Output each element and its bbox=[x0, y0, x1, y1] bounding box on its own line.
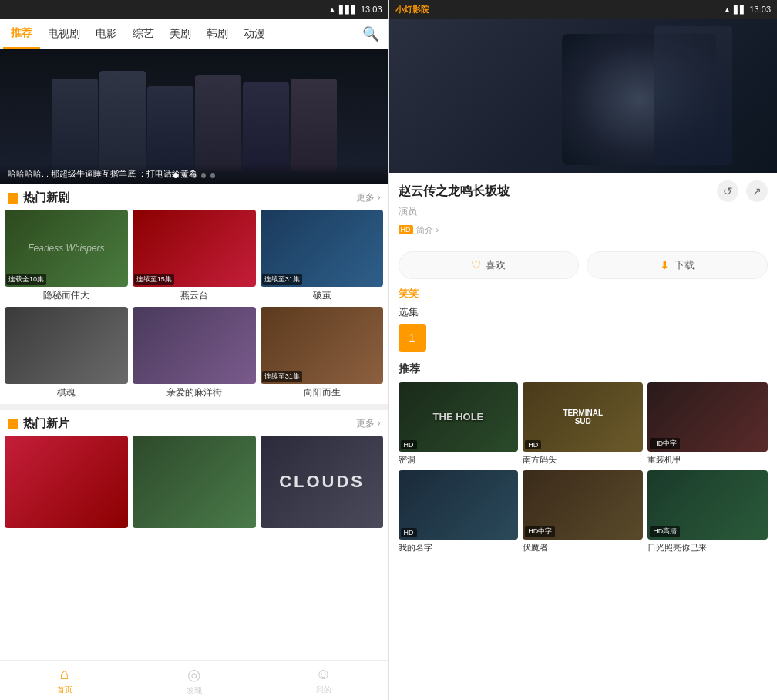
episode-num-1: 1 bbox=[409, 331, 415, 344]
rec-thumb-5: HD中字 bbox=[523, 470, 643, 540]
drama-item-5[interactable]: 亲爱的麻洋街 bbox=[133, 307, 256, 399]
tab-movie[interactable]: 电影 bbox=[88, 19, 125, 49]
drama-item-1[interactable]: Fearless Whispers 连载全10集 隐秘而伟大 bbox=[5, 210, 128, 302]
drama-thumb-5 bbox=[133, 307, 256, 384]
drama-item-6[interactable]: 连续至31集 向阳而生 bbox=[261, 307, 384, 399]
tab-recommend[interactable]: 推荐 bbox=[3, 19, 40, 49]
the-hole-text: THE HOLE bbox=[433, 411, 484, 422]
video-title-row: 赵云传之龙鸣长坂坡 ↺ ↗ bbox=[399, 180, 769, 202]
film-item-3[interactable]: CLOUDS bbox=[261, 436, 384, 528]
film-item-2[interactable] bbox=[133, 436, 256, 528]
rec-item-3[interactable]: HD中字 重装机甲 bbox=[648, 382, 768, 466]
hero-banner[interactable]: 哈哈哈哈... 那超级牛逼睡互揩羊底 ：打电话给黄希 bbox=[0, 49, 388, 184]
rec-item-5[interactable]: HD中字 伏魔者 bbox=[523, 470, 643, 554]
film-item-1[interactable] bbox=[5, 436, 128, 528]
rec-item-2[interactable]: TERMINALSUD HD 南方码头 bbox=[523, 382, 643, 466]
film-thumb-2 bbox=[133, 436, 256, 528]
tab-kr[interactable]: 韩剧 bbox=[199, 19, 236, 49]
right-status-bar: 小灯影院 ▲ ▋▋ 13:03 bbox=[389, 0, 778, 19]
hero-dots bbox=[0, 173, 388, 178]
rec-section: 推荐 THE HOLE HD 密洞 TERMINALSUD bbox=[389, 358, 778, 558]
left-time: 13:03 bbox=[361, 5, 382, 14]
nav-profile-label: 我的 bbox=[316, 685, 331, 695]
hot-drama-more[interactable]: 更多 › bbox=[356, 191, 380, 204]
rec-item-4[interactable]: HD 我的名字 bbox=[399, 470, 519, 554]
search-icon[interactable]: 🔍 bbox=[356, 25, 385, 42]
drama-item-3[interactable]: 连续至31集 破茧 bbox=[261, 210, 384, 302]
drama-thumb-inner-4 bbox=[5, 307, 128, 384]
hot-film-more[interactable]: 更多 › bbox=[356, 417, 380, 430]
download-button[interactable]: ⬇ 下载 bbox=[587, 251, 768, 279]
terminal-sud-text: TERMINALSUD bbox=[563, 409, 603, 426]
rec-thumb-2: TERMINALSUD HD bbox=[523, 382, 643, 452]
share-btn[interactable]: ↗ bbox=[746, 180, 768, 202]
episode-btn-1[interactable]: 1 bbox=[399, 324, 426, 352]
nav-home-label: 首页 bbox=[57, 685, 72, 695]
dot-3 bbox=[192, 173, 197, 178]
drama-badge-6: 连续至31集 bbox=[262, 371, 302, 382]
film-thumb-inner-1 bbox=[5, 436, 128, 528]
rec-item-1[interactable]: THE HOLE HD 密洞 bbox=[399, 382, 519, 466]
film-thumb-inner-3: CLOUDS bbox=[261, 436, 384, 528]
hot-drama-header: 热门新剧 更多 › bbox=[0, 184, 388, 210]
drama-item-4[interactable]: 棋魂 bbox=[5, 307, 128, 399]
like-button[interactable]: ♡ 喜欢 bbox=[399, 251, 580, 279]
hot-film-header: 热门新片 更多 › bbox=[0, 410, 388, 436]
rec-name-1: 密洞 bbox=[399, 454, 519, 466]
drama-badge-1: 连载全10集 bbox=[6, 274, 46, 285]
episode-user-label: 笑笑 bbox=[399, 287, 769, 301]
right-time: 13:03 bbox=[749, 5, 771, 14]
rec-thumb-4: HD bbox=[399, 470, 519, 540]
left-status-bar: ▲ ▋▋▋ 13:03 bbox=[0, 0, 388, 19]
rec-name-5: 伏魔者 bbox=[523, 542, 643, 554]
rec-name-3: 重装机甲 bbox=[648, 454, 768, 466]
video-hd-info[interactable]: HD 简介 › bbox=[399, 224, 439, 236]
hd-chevron: › bbox=[436, 225, 439, 234]
nav-discover-label: 发现 bbox=[187, 685, 202, 696]
drama-thumb-3: 连续至31集 bbox=[261, 210, 384, 287]
drama-name-5: 亲爱的麻洋街 bbox=[166, 386, 222, 399]
left-panel: ▲ ▋▋▋ 13:03 推荐 电视剧 电影 综艺 美剧 韩剧 动漫 🔍 哈 bbox=[0, 0, 388, 700]
rec-name-2: 南方码头 bbox=[523, 454, 643, 466]
wifi-icon: ▲ bbox=[328, 5, 336, 14]
drama-item-2[interactable]: 连续至15集 燕云台 bbox=[133, 210, 256, 302]
episode-section: 笑笑 选集 1 bbox=[389, 287, 778, 358]
hero-figure-3 bbox=[147, 86, 193, 171]
signal-icon: ▋▋▋ bbox=[339, 5, 358, 14]
drama-thumb-4 bbox=[5, 307, 128, 384]
tab-variety[interactable]: 综艺 bbox=[125, 19, 162, 49]
video-player[interactable] bbox=[389, 19, 778, 173]
rec-badge-3: HD中字 bbox=[650, 438, 680, 449]
film-thumb-inner-2 bbox=[133, 436, 256, 528]
left-scroll-content: 哈哈哈哈... 那超级牛逼睡互揩羊底 ：打电话给黄希 热门新剧 更多 › Fea… bbox=[0, 49, 388, 660]
drama-thumb-inner-5 bbox=[133, 307, 256, 384]
right-panel: 小灯影院 ▲ ▋▋ 13:03 赵云传之龙鸣长坂坡 ↺ ↗ 演员 HD 简介 › bbox=[389, 0, 778, 700]
nav-discover[interactable]: ◎ 发现 bbox=[130, 665, 259, 696]
episode-select-label: 选集 bbox=[399, 305, 769, 319]
video-actions-top: ↺ ↗ bbox=[717, 180, 768, 202]
action-buttons: ♡ 喜欢 ⬇ 下载 bbox=[399, 251, 769, 279]
right-scroll: 推荐 THE HOLE HD 密洞 TERMINALSUD bbox=[389, 358, 778, 701]
tab-anime[interactable]: 动漫 bbox=[236, 19, 273, 49]
nav-profile[interactable]: ☺ 我的 bbox=[259, 665, 388, 695]
rec-badge-2: HD bbox=[525, 440, 541, 449]
divider-1 bbox=[0, 404, 388, 410]
heart-icon: ♡ bbox=[471, 258, 481, 272]
nav-home[interactable]: ⌂ 首页 bbox=[0, 665, 130, 695]
film-grid: CLOUDS bbox=[0, 436, 388, 533]
drama-thumb-6: 连续至31集 bbox=[261, 307, 384, 384]
app-logo: 小灯影院 bbox=[395, 4, 429, 15]
tab-tv[interactable]: 电视剧 bbox=[40, 19, 88, 49]
profile-icon: ☺ bbox=[315, 665, 331, 683]
video-cast: 演员 bbox=[399, 205, 769, 218]
drama-thumb-2: 连续至15集 bbox=[133, 210, 256, 287]
refresh-btn[interactable]: ↺ bbox=[717, 180, 738, 202]
tab-us[interactable]: 美剧 bbox=[162, 19, 199, 49]
drama-badge-3: 连续至31集 bbox=[262, 274, 302, 285]
episode-grid: 1 bbox=[399, 324, 769, 352]
hero-figure-1 bbox=[52, 79, 98, 171]
bottom-nav: ⌂ 首页 ◎ 发现 ☺ 我的 bbox=[0, 660, 388, 700]
dot-1 bbox=[173, 173, 178, 178]
rec-item-6[interactable]: HD高清 日光照亮你已来 bbox=[648, 470, 768, 554]
dot-2 bbox=[183, 173, 187, 178]
